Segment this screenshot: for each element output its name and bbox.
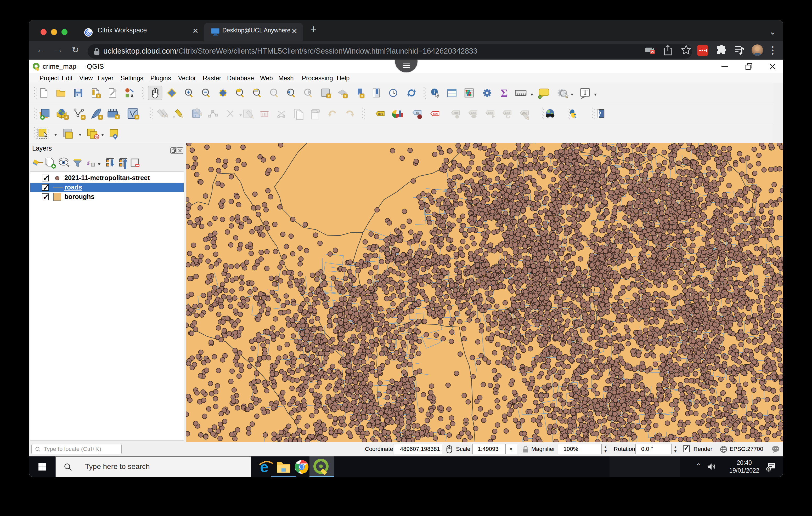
svg-text:1: 1: [767, 467, 770, 471]
